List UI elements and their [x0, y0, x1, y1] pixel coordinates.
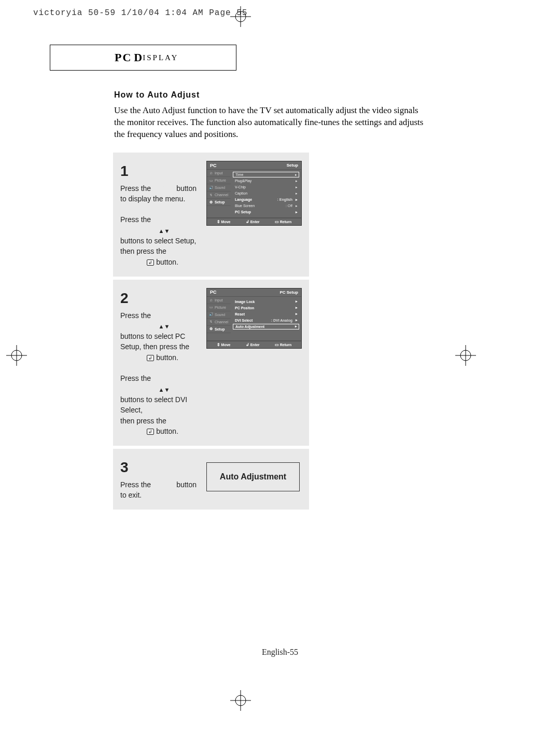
up-down-arrow-icon — [158, 385, 170, 393]
picture-icon: ▭ — [208, 178, 214, 183]
s2-enter1: ENTER — [120, 353, 145, 362]
steps-container: 1 Press the MENU button to display the m… — [113, 153, 309, 513]
enter-icon: ↲ — [147, 259, 154, 266]
osd-tabs: ⎚Input▭Picture🔊Sound↯Channel⚙Setup — [207, 297, 231, 340]
osd-header: PCPC Setup — [207, 288, 301, 296]
section-title-box: PC D ISPLAY — [50, 45, 236, 71]
osd-foot-enter: ↲Enter — [246, 219, 260, 224]
chevron-right-icon: ▸ — [296, 210, 298, 214]
osd-item-label: Blue Screen — [235, 204, 255, 208]
s2-a: Press the — [120, 311, 151, 320]
chevron-right-icon: ▸ — [296, 306, 298, 310]
osd-item-label: PC Setup — [235, 210, 251, 214]
osd-item: Reset▸ — [233, 311, 299, 317]
step-2-osd: PCPC Setup⎚Input▭Picture🔊Sound↯Channel⚙S… — [206, 288, 302, 436]
osd-item-label: V-Chip — [235, 185, 246, 189]
return-icon: ▭ — [275, 219, 279, 224]
osd-foot-enter: ↲Enter — [246, 342, 260, 347]
print-run-header: victoryia 50-59 1/10/04 1:04 AM Page 55 — [33, 8, 247, 18]
osd-item-value: : DVI Analog — [271, 319, 292, 322]
s1-enter: ENTER — [120, 258, 145, 266]
osd-tab-label: Setup — [215, 327, 225, 331]
updown-icon: ⇕ — [217, 219, 220, 224]
enter-icon: ↲ — [147, 429, 154, 435]
auto-adjustment-box: Auto Adjustment — [206, 462, 300, 491]
sound-icon: 🔊 — [208, 185, 214, 190]
osd-head-right: Setup — [287, 163, 298, 168]
sound-icon: 🔊 — [208, 312, 214, 317]
osd-item-value: : Off — [286, 204, 292, 208]
title-pc: PC — [115, 51, 132, 64]
osd-tab-sound: 🔊Sound — [207, 184, 231, 191]
s2-2d: button. — [156, 427, 178, 435]
title-d: D — [134, 51, 142, 64]
osd-body: ⎚Input▭Picture🔊Sound↯Channel⚙SetupTime▸P… — [207, 169, 301, 218]
s2-pd2: UP/DOWN — [120, 385, 156, 393]
chevron-right-icon: ▸ — [296, 191, 298, 196]
s3-menu: MENU — [153, 480, 174, 489]
osd-items: Time▸Plug&Play▸V-Chip▸Caption▸Language: … — [231, 170, 301, 217]
step-1: 1 Press the MENU button to display the m… — [113, 153, 309, 277]
chevron-right-icon: ▸ — [296, 198, 298, 202]
s1-menu-btn: MENU — [153, 184, 174, 193]
updown-icon: ⇕ — [217, 342, 220, 347]
osd-pcsetup-menu: PCPC Setup⎚Input▭Picture🔊Sound↯Channel⚙S… — [206, 288, 302, 349]
osd-foot-return: ▭Return — [275, 342, 292, 347]
osd-item-label: Reset — [235, 312, 245, 316]
osd-tab-label: Picture — [215, 178, 226, 182]
osd-item: PC Positon▸ — [233, 305, 299, 311]
input-icon: ⎚ — [208, 297, 214, 303]
step-3-text: 3 Press the MENU button to exit. — [120, 457, 202, 500]
osd-foot-return: ▭Return — [275, 219, 292, 224]
up-down-arrow-icon — [158, 226, 170, 235]
channel-icon: ↯ — [208, 193, 214, 198]
s1-t2a: Press the — [120, 215, 151, 224]
osd-item: V-Chip▸ — [233, 184, 299, 190]
osd-head-left: PC — [210, 290, 217, 295]
chevron-right-icon: ▸ — [296, 204, 298, 208]
page-footer: English-55 — [0, 648, 560, 657]
s2-enter2: ENTER — [120, 427, 145, 435]
enter-icon: ↲ — [246, 219, 249, 224]
step-2-text: 2 Press the UP/DOWN buttons to select PC… — [120, 288, 202, 436]
osd-tab-channel: ↯Channel — [207, 319, 231, 326]
s1-t4: button. — [156, 258, 178, 266]
osd-tab-label: Channel — [215, 320, 228, 324]
osd-item: Language: English▸ — [233, 197, 299, 202]
input-icon: ⎚ — [208, 171, 214, 176]
osd-tab-input: ⎚Input — [207, 297, 231, 304]
osd-tab-label: Sound — [215, 313, 225, 317]
s2-b: buttons to select PC Setup, then press t… — [120, 332, 189, 351]
crop-mark-left — [6, 345, 27, 366]
osd-head-left: PC — [210, 163, 217, 168]
osd-item: PC Setup▸ — [233, 209, 299, 215]
osd-tab-input: ⎚Input — [207, 170, 231, 177]
osd-item-label: Plug&Play — [235, 179, 251, 183]
intro-paragraph: Use the Auto Adjust function to have the… — [114, 105, 429, 141]
osd-tab-label: Picture — [215, 306, 226, 309]
step-3: 3 Press the MENU button to exit. Auto Ad… — [113, 449, 309, 510]
osd-item-label: Caption — [235, 191, 247, 195]
setup-icon: ⚙ — [208, 200, 214, 205]
osd-item-label: PC Positon — [235, 306, 254, 310]
picture-icon: ▭ — [208, 305, 214, 310]
osd-tab-picture: ▭Picture — [207, 177, 231, 184]
osd-foot-move: ⇕Move — [217, 219, 231, 224]
s2-2b: buttons to select DVI Select, — [120, 395, 187, 414]
osd-item-label: Auto Adjustment — [235, 325, 264, 328]
osd-tab-label: Channel — [215, 193, 228, 197]
s2-2a: Press the — [120, 374, 151, 382]
osd-head-right: PC Setup — [279, 290, 298, 295]
s1-t1: Press the — [120, 184, 153, 193]
crop-mark-right — [455, 345, 476, 366]
osd-footer: ⇕Move↲Enter▭Return — [207, 218, 301, 225]
osd-tab-sound: 🔊Sound — [207, 311, 231, 319]
osd-item: Auto Adjustment▸ — [233, 324, 299, 329]
step-3-number: 3 — [120, 457, 202, 478]
osd-body: ⎚Input▭Picture🔊Sound↯Channel⚙SetupImage … — [207, 296, 301, 341]
subheading: How to Auto Adjust — [114, 90, 200, 100]
s1-pd: UP/DOWN — [120, 226, 156, 235]
osd-items: Image Lock▸PC Positon▸Reset▸DVI Select: … — [231, 297, 301, 340]
osd-setup-menu: PCSetup⎚Input▭Picture🔊Sound↯Channel⚙Setu… — [206, 161, 302, 226]
osd-foot-move: ⇕Move — [217, 342, 231, 347]
